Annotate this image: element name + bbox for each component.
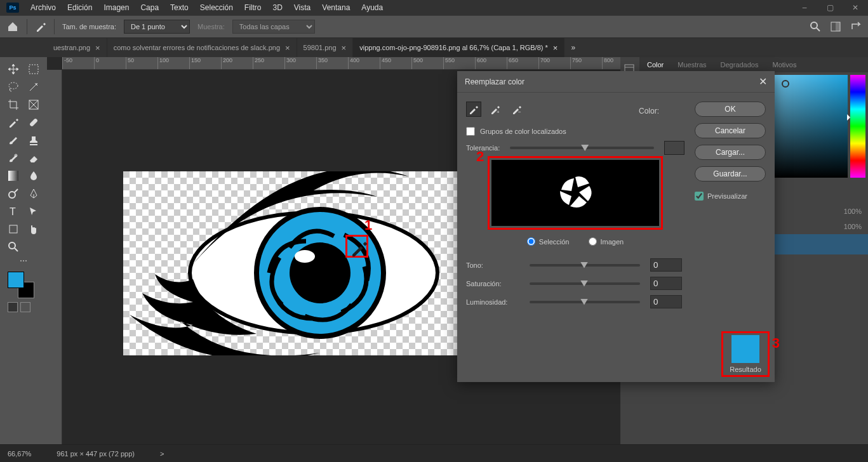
tab-0[interactable]: uestran.png× [47, 38, 107, 57]
brush-tool-icon[interactable] [4, 132, 23, 148]
eyedropper-tool-icon[interactable] [4, 114, 23, 131]
tab-gradients[interactable]: Degradados [718, 60, 761, 70]
eraser-tool-icon[interactable] [24, 150, 43, 166]
history-brush-icon[interactable] [4, 150, 23, 166]
sample-size-label: Tam. de muestra: [62, 23, 116, 30]
localized-checkbox[interactable] [466, 127, 475, 136]
tab-color[interactable]: Color [644, 60, 666, 70]
save-button[interactable]: Guardar... [695, 166, 766, 182]
menu-ayuda[interactable]: Ayuda [356, 1, 388, 14]
shape-tool-icon[interactable] [4, 221, 23, 237]
luminosity-input[interactable] [650, 295, 682, 308]
radio-selection[interactable]: Selección [527, 237, 570, 246]
fill-value[interactable]: 100% [844, 223, 862, 230]
more-tabs-icon[interactable]: » [564, 38, 582, 57]
annotation-box-2 [488, 156, 663, 230]
window-minimize[interactable]: – [792, 0, 817, 15]
menu-capa[interactable]: Capa [135, 1, 164, 14]
document-tabs: uestran.png× como solventar errores de n… [0, 38, 868, 57]
marquee-tool-icon[interactable] [24, 61, 43, 77]
muestra-label: Muestra: [197, 23, 225, 30]
result-color-swatch[interactable] [731, 335, 759, 363]
tab-swatches[interactable]: Muestras [675, 60, 709, 70]
eyedropper-plus-icon[interactable]: + [488, 102, 503, 117]
sample-size-select[interactable]: De 1 punto [124, 20, 190, 34]
radio-image[interactable]: Imagen [589, 237, 624, 246]
menu-seleccion[interactable]: Selección [195, 1, 238, 14]
workspace-icon[interactable] [830, 21, 841, 32]
svg-point-17 [295, 250, 315, 263]
menu-vista[interactable]: Vista [289, 1, 316, 14]
eyedropper-icon[interactable] [466, 102, 481, 117]
window-close[interactable]: ✕ [843, 0, 868, 15]
zoom-tool-icon[interactable] [4, 239, 23, 255]
close-icon[interactable]: ✕ [759, 76, 767, 88]
dodge-tool-icon[interactable] [4, 185, 23, 202]
share-icon[interactable] [850, 21, 862, 32]
cancel-button[interactable]: Cancelar [695, 123, 766, 138]
search-icon[interactable] [810, 21, 821, 32]
lasso-tool-icon[interactable] [4, 79, 23, 95]
window-maximize[interactable]: ▢ [817, 0, 843, 15]
saturation-input[interactable] [650, 277, 682, 290]
hue-slider[interactable] [850, 75, 865, 178]
luminosity-slider[interactable] [530, 301, 640, 303]
saturation-slider[interactable] [530, 282, 640, 285]
hue-input[interactable] [650, 258, 682, 272]
wand-tool-icon[interactable] [24, 79, 43, 95]
artboard[interactable] [123, 171, 458, 355]
annotation-label-1: 1 [364, 217, 372, 234]
load-button[interactable]: Cargar... [695, 145, 766, 160]
blur-tool-icon[interactable] [24, 168, 43, 184]
stamp-tool-icon[interactable] [24, 132, 43, 148]
home-icon[interactable] [6, 21, 19, 32]
ruler-horizontal: -500501001502002503003504004505005506006… [62, 57, 620, 70]
type-tool-icon[interactable]: T [4, 203, 23, 220]
menu-edicion[interactable]: Edición [62, 1, 97, 14]
color-label: Color: [639, 107, 659, 116]
zoom-level[interactable]: 66,67% [8, 450, 31, 458]
menu-imagen[interactable]: Imagen [98, 1, 134, 14]
chevron-right-icon[interactable]: > [160, 450, 164, 458]
options-bar: Tam. de muestra: De 1 punto Muestra: Tod… [0, 15, 868, 38]
svg-point-10 [9, 192, 15, 198]
muestra-select: Todas las capas [232, 20, 315, 34]
preview-checkbox[interactable]: Previsualizar [695, 192, 766, 201]
hand-tool-icon[interactable] [24, 221, 43, 237]
menu-ventana[interactable]: Ventana [317, 1, 355, 14]
close-icon[interactable]: × [285, 43, 290, 53]
svg-rect-9 [8, 171, 18, 181]
menu-3d[interactable]: 3D [267, 1, 287, 14]
tab-2[interactable]: 59801.png× [297, 38, 354, 57]
move-tool-icon[interactable] [4, 61, 23, 77]
more-tools-icon[interactable]: ⋯ [4, 256, 43, 265]
annotation-box-1 [345, 235, 368, 258]
ok-button[interactable]: OK [695, 102, 766, 117]
close-icon[interactable]: × [553, 43, 558, 53]
tab-patterns[interactable]: Motivos [770, 60, 799, 70]
close-icon[interactable]: × [342, 43, 347, 53]
source-color-swatch[interactable] [665, 102, 684, 121]
path-tool-icon[interactable] [24, 203, 43, 220]
dialog-title: Reemplazar color [465, 77, 524, 86]
tab-1[interactable]: como solventar errores de notificaciones… [107, 38, 297, 57]
close-icon[interactable]: × [95, 43, 100, 53]
menu-texto[interactable]: Texto [165, 1, 194, 14]
eyedropper-minus-icon[interactable]: − [509, 102, 524, 117]
hue-slider[interactable] [530, 264, 640, 267]
tolerance-slider[interactable] [510, 147, 654, 149]
menu-filtro[interactable]: Filtro [239, 1, 267, 14]
dialog-titlebar[interactable]: Reemplazar color ✕ [457, 71, 775, 93]
quick-mask-icon[interactable] [4, 300, 43, 315]
pen-tool-icon[interactable] [24, 185, 43, 202]
frame-tool-icon[interactable] [24, 96, 43, 113]
gradient-tool-icon[interactable] [4, 168, 23, 184]
svg-rect-12 [10, 225, 17, 233]
annotation-label-2: 2 [476, 148, 484, 165]
color-swatch[interactable] [4, 270, 43, 298]
tab-3[interactable]: vippng.com-ojo-png-908916.png al 66,7% (… [353, 38, 564, 57]
opacity-value[interactable]: 100% [844, 208, 862, 215]
menu-archivo[interactable]: Archivo [25, 1, 61, 14]
healing-tool-icon[interactable] [24, 114, 43, 131]
crop-tool-icon[interactable] [4, 96, 23, 113]
